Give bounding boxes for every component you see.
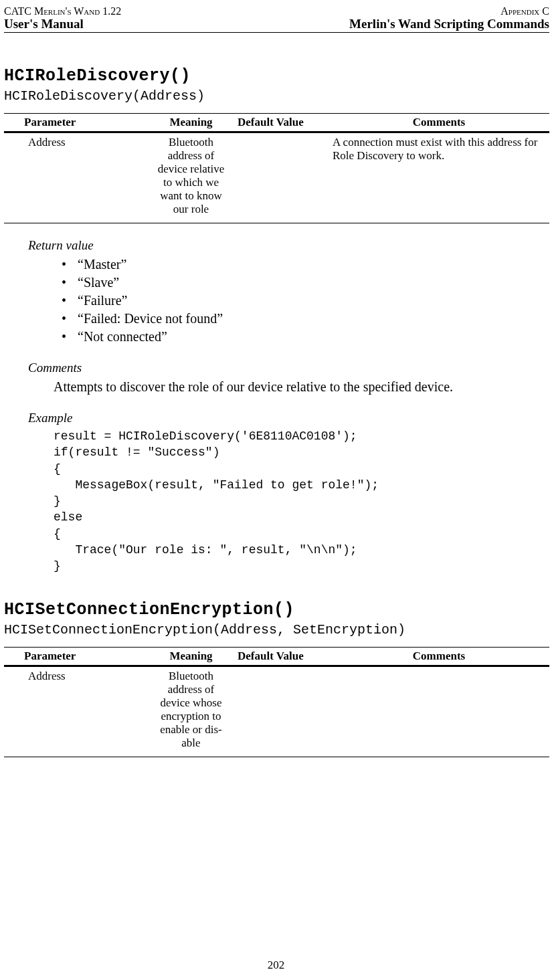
function-signature: HCISetConnectionEncryption(Address, SetE… <box>4 622 549 638</box>
parameter-table: Parameter Meaning Default Value Comments… <box>4 647 549 757</box>
col-meaning: Meaning <box>149 647 234 666</box>
col-default: Default Value <box>234 647 329 666</box>
cell-meaning: Bluetooth address of device rela­tive to… <box>149 132 234 223</box>
cell-comments <box>329 666 549 757</box>
table-header-row: Parameter Meaning Default Value Comments <box>4 647 549 666</box>
return-value-heading: Return value <box>28 238 549 253</box>
col-meaning: Meaning <box>149 114 234 132</box>
header-right-top: Appendix C <box>500 5 549 17</box>
example-code: result = HCIRoleDiscovery('6E8110AC0108'… <box>54 428 549 575</box>
col-parameter: Parameter <box>4 647 149 666</box>
return-value-list: “Master” “Slave” “Failure” “Failed: Devi… <box>4 256 549 346</box>
comments-body: Attempts to discover the role of our dev… <box>54 378 549 396</box>
col-parameter: Parameter <box>4 114 149 132</box>
col-default: Default Value <box>234 114 329 132</box>
table-header-row: Parameter Meaning Default Value Comments <box>4 114 549 132</box>
cell-default <box>234 132 329 223</box>
section-title: HCIRoleDiscovery() <box>4 66 549 86</box>
table-row: Address Bluetooth address of device rela… <box>4 132 549 223</box>
list-item: “Slave” <box>62 274 549 292</box>
table-row: Address Bluetooth address of device whos… <box>4 666 549 757</box>
list-item: “Failure” <box>62 292 549 310</box>
col-comments: Comments <box>329 114 549 132</box>
cell-parameter: Address <box>4 132 149 223</box>
parameter-table: Parameter Meaning Default Value Comments… <box>4 113 549 223</box>
cell-default <box>234 666 329 757</box>
example-heading: Example <box>28 411 549 425</box>
list-item: “Failed: Device not found” <box>62 310 549 328</box>
function-signature: HCIRoleDiscovery(Address) <box>4 88 549 104</box>
header-left-sub: User's Manual <box>4 17 84 31</box>
comments-heading: Comments <box>28 361 549 375</box>
list-item: “Not connected” <box>62 328 549 346</box>
cell-parameter: Address <box>4 666 149 757</box>
list-item: “Master” <box>62 256 549 274</box>
header-right-sub: Merlin's Wand Scripting Commands <box>349 17 549 31</box>
section-title: HCISetConnectionEncryption() <box>4 600 549 619</box>
col-comments: Comments <box>329 647 549 666</box>
cell-comments: A connection must exist with this addres… <box>329 132 549 223</box>
running-header-top: CATC Merlin's Wand 1.22 Appendix C <box>4 5 549 17</box>
cell-meaning: Bluetooth address of device whose encryp… <box>149 666 234 757</box>
page-number: 202 <box>0 959 552 972</box>
running-header-sub: User's Manual Merlin's Wand Scripting Co… <box>4 17 549 33</box>
header-left-top: CATC Merlin's Wand 1.22 <box>4 5 121 17</box>
